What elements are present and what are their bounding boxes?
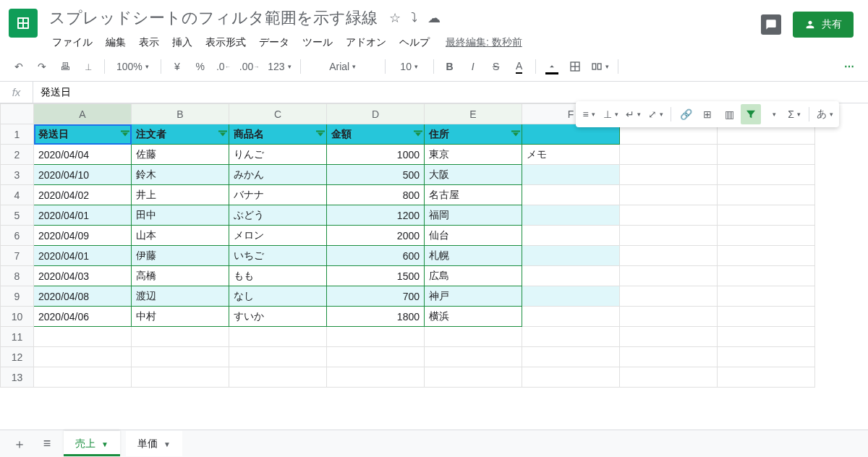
col-header-E[interactable]: E <box>425 104 522 124</box>
filter-icon[interactable] <box>513 132 519 136</box>
valign-button[interactable]: ⊥ <box>600 104 621 124</box>
cell-E6[interactable]: 仙台 <box>425 226 522 246</box>
cell-H5[interactable] <box>718 205 815 226</box>
doc-title[interactable]: スプレッドシートのフィルタ範囲を示す緑線 <box>46 6 380 30</box>
cell-B7[interactable]: 伊藤 <box>132 246 229 266</box>
cell-F4[interactable] <box>522 185 620 205</box>
cell-H10[interactable] <box>718 307 815 327</box>
cell-G3[interactable] <box>620 165 718 185</box>
bold-button[interactable]: B <box>440 56 460 77</box>
cell-B5[interactable]: 田中 <box>132 205 229 226</box>
filter-icon[interactable] <box>122 132 128 136</box>
filter-icon[interactable] <box>318 132 323 136</box>
merge-button[interactable] <box>588 56 612 77</box>
menu-data[interactable]: データ <box>253 33 295 52</box>
cell-A10[interactable]: 2020/04/06 <box>34 307 132 327</box>
cell-D3[interactable]: 500 <box>327 165 425 185</box>
cell-H2[interactable] <box>718 145 815 165</box>
increase-decimal-button[interactable]: .00→ <box>237 56 262 77</box>
cell-F3[interactable] <box>522 165 620 185</box>
italic-button[interactable]: I <box>463 56 483 77</box>
cell-A1[interactable]: 発送日 <box>34 124 132 145</box>
cell-H9[interactable] <box>718 286 815 307</box>
move-icon[interactable]: ⤵ <box>411 10 417 26</box>
print-icon[interactable]: 🖶 <box>55 56 75 77</box>
share-button[interactable]: 共有 <box>793 12 854 38</box>
cell-D7[interactable]: 600 <box>327 246 425 266</box>
borders-button[interactable] <box>565 56 585 77</box>
fill-color-button[interactable] <box>542 56 562 77</box>
cell-F2[interactable]: メモ <box>522 145 620 165</box>
cell-A7[interactable]: 2020/04/01 <box>34 246 132 266</box>
cell-A8[interactable]: 2020/04/03 <box>34 266 132 286</box>
cell-A4[interactable]: 2020/04/02 <box>34 185 132 205</box>
cell-H4[interactable] <box>718 185 815 205</box>
row-header-3[interactable]: 3 <box>1 165 34 185</box>
grid[interactable]: A B C D E F G H 1 発送日 注文者 商品名 金額 住所 2202… <box>0 103 868 414</box>
number-format-button[interactable]: 123 <box>265 56 294 77</box>
redo-icon[interactable]: ↷ <box>32 56 52 77</box>
font-select[interactable]: Arial <box>307 56 379 77</box>
cell-H3[interactable] <box>718 165 815 185</box>
menu-edit[interactable]: 編集 <box>100 33 132 52</box>
cell-E1[interactable]: 住所 <box>425 124 522 145</box>
cell-E10[interactable]: 横浜 <box>425 307 522 327</box>
percent-button[interactable]: % <box>190 56 210 77</box>
cell-C9[interactable]: なし <box>229 286 327 307</box>
cell-G9[interactable] <box>620 286 718 307</box>
row-header-5[interactable]: 5 <box>1 205 34 226</box>
filter-icon[interactable] <box>741 104 761 124</box>
comment-insert-icon[interactable]: ⊞ <box>697 104 718 124</box>
col-header-C[interactable]: C <box>229 104 327 124</box>
cell-E5[interactable]: 福岡 <box>425 205 522 226</box>
cell-G8[interactable] <box>620 266 718 286</box>
cell-B9[interactable]: 渡辺 <box>132 286 229 307</box>
cell-C1[interactable]: 商品名 <box>229 124 327 145</box>
cell-D8[interactable]: 1500 <box>327 266 425 286</box>
sheets-logo[interactable] <box>9 9 38 38</box>
wrap-button[interactable]: ↵ <box>623 104 644 124</box>
font-size-select[interactable]: 10 <box>391 56 427 77</box>
cell-E2[interactable]: 東京 <box>425 145 522 165</box>
menu-insert[interactable]: 挿入 <box>166 33 198 52</box>
halign-button[interactable]: ≡ <box>579 104 599 124</box>
row-header-8[interactable]: 8 <box>1 266 34 286</box>
cell-H7[interactable] <box>718 246 815 266</box>
cell-A6[interactable]: 2020/04/09 <box>34 226 132 246</box>
functions-button[interactable]: Σ <box>784 104 804 124</box>
cell-D9[interactable]: 700 <box>327 286 425 307</box>
currency-button[interactable]: ¥ <box>167 56 187 77</box>
cell-D2[interactable]: 1000 <box>327 145 425 165</box>
cell-C10[interactable]: すいか <box>229 307 327 327</box>
cell-F8[interactable] <box>522 266 620 286</box>
cell-F9[interactable] <box>522 286 620 307</box>
col-header-D[interactable]: D <box>327 104 425 124</box>
row-header-4[interactable]: 4 <box>1 185 34 205</box>
row-header-10[interactable]: 10 <box>1 307 34 327</box>
comments-icon[interactable] <box>761 14 781 35</box>
cell-F5[interactable] <box>522 205 620 226</box>
menu-view[interactable]: 表示 <box>133 33 165 52</box>
filter-views-button[interactable] <box>762 104 783 124</box>
more-button[interactable]: ⋯ <box>839 56 859 77</box>
cell-C5[interactable]: ぶどう <box>229 205 327 226</box>
cloud-icon[interactable]: ☁ <box>427 10 441 26</box>
select-all-corner[interactable] <box>1 104 34 124</box>
col-header-B[interactable]: B <box>132 104 229 124</box>
paint-format-icon[interactable]: ⟂ <box>78 56 98 77</box>
chart-icon[interactable]: ▥ <box>719 104 739 124</box>
row-header-1[interactable]: 1 <box>1 124 34 145</box>
cell-H8[interactable] <box>718 266 815 286</box>
cell-B6[interactable]: 山本 <box>132 226 229 246</box>
menu-addons[interactable]: アドオン <box>340 33 392 52</box>
link-icon[interactable]: 🔗 <box>676 104 696 124</box>
cell-B1[interactable]: 注文者 <box>132 124 229 145</box>
star-icon[interactable]: ☆ <box>389 10 401 26</box>
cell-A9[interactable]: 2020/04/08 <box>34 286 132 307</box>
strike-button[interactable]: S <box>486 56 506 77</box>
cell-G7[interactable] <box>620 246 718 266</box>
rotate-button[interactable]: ⤢ <box>645 104 666 124</box>
cell-C6[interactable]: メロン <box>229 226 327 246</box>
menu-tools[interactable]: ツール <box>297 33 339 52</box>
cell-B8[interactable]: 高橋 <box>132 266 229 286</box>
